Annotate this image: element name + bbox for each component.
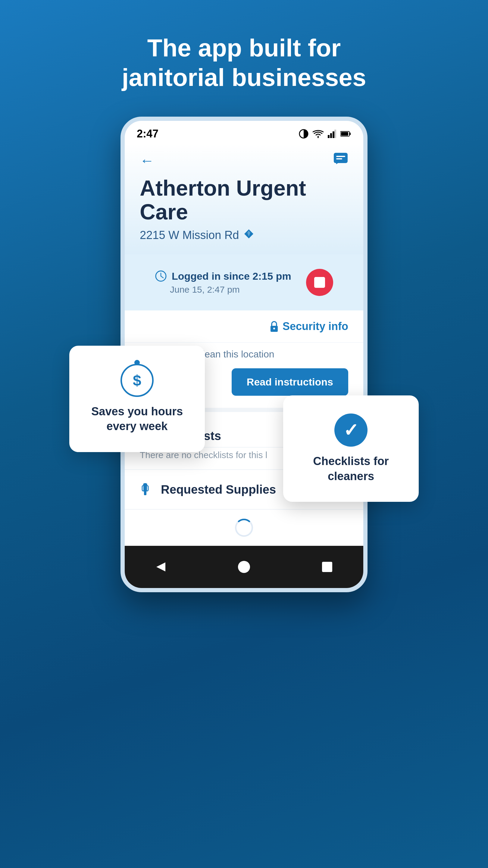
chat-icon[interactable] (333, 152, 348, 169)
chat-svg (333, 152, 348, 166)
security-row: Security info (125, 310, 363, 343)
loading-spinner (235, 519, 253, 537)
app-header: ← Atherton Urgent Care 2215 W Mission Rd (125, 143, 363, 254)
back-nav-button[interactable] (149, 555, 173, 579)
dollar-timer-icon: $ (121, 364, 154, 397)
float-card-savings: $ Saves you hours every week (69, 346, 205, 452)
page-title: The app built for janitorial businesses (108, 33, 380, 93)
diamond-icon (243, 228, 255, 242)
status-bar: 2:47 (125, 121, 363, 143)
home-nav-button[interactable] (232, 555, 256, 579)
svg-rect-9 (336, 156, 345, 157)
check-circle-icon: ✓ (334, 413, 367, 447)
location-name: Atherton Urgent Care (140, 176, 348, 224)
stop-square-icon (314, 277, 325, 288)
back-button[interactable]: ← (140, 152, 154, 169)
battery-icon (340, 131, 351, 137)
clock-icon (155, 270, 167, 282)
half-circle-icon (299, 129, 308, 138)
location-address: 2215 W Mission Rd (140, 228, 348, 242)
login-date: June 15, 2:47 pm (170, 284, 291, 295)
supplies-title: Requested Supplies (161, 483, 276, 496)
login-section: Logged in since 2:15 pm June 15, 2:47 pm (125, 254, 363, 310)
svg-point-22 (238, 561, 250, 573)
read-instructions-button[interactable]: Read instructions (232, 368, 348, 396)
header-section: The app built for janitorial businesses (108, 0, 380, 117)
login-info: Logged in since 2:15 pm June 15, 2:47 pm (155, 270, 291, 295)
security-info-link[interactable]: Security info (269, 320, 348, 333)
login-title: Logged in since 2:15 pm (155, 270, 291, 282)
login-card: Logged in since 2:15 pm June 15, 2:47 pm (143, 260, 345, 305)
svg-rect-1 (328, 135, 330, 138)
status-icons (299, 129, 351, 138)
svg-rect-4 (334, 130, 336, 138)
svg-rect-10 (336, 158, 342, 159)
svg-point-15 (273, 328, 275, 330)
stop-button[interactable] (306, 269, 333, 296)
svg-rect-23 (322, 562, 332, 572)
nav-row: ← (140, 152, 348, 169)
svg-rect-6 (350, 133, 351, 135)
phone-wrapper: $ Saves you hours every week 2:47 (78, 117, 410, 592)
supplies-icon (140, 483, 154, 496)
bottom-nav (125, 546, 363, 588)
svg-rect-2 (330, 133, 332, 138)
float-card-right-title: Checklists for cleaners (298, 454, 404, 484)
svg-rect-7 (341, 132, 348, 135)
float-card-left-title: Saves you hours every week (84, 404, 190, 434)
svg-rect-8 (334, 153, 348, 163)
overview-nav-button[interactable] (315, 555, 339, 579)
lock-icon (269, 320, 279, 333)
wifi-icon (313, 130, 324, 138)
svg-marker-21 (156, 562, 165, 571)
svg-rect-3 (332, 131, 334, 138)
status-time: 2:47 (137, 127, 158, 140)
svg-rect-19 (144, 491, 147, 495)
loading-row (125, 510, 363, 546)
svg-point-20 (143, 483, 147, 486)
float-card-checklists: ✓ Checklists for cleaners (283, 396, 419, 502)
svg-line-13 (161, 276, 163, 278)
signal-icon (328, 130, 336, 138)
